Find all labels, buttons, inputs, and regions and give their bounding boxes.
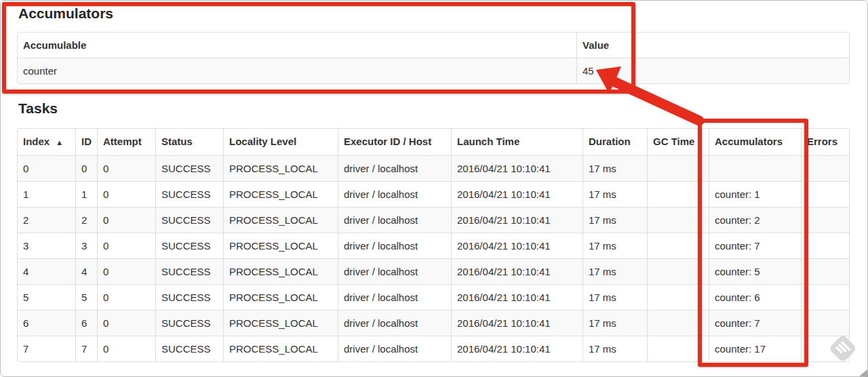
column-label: Index [23, 136, 50, 147]
cell-status: SUCCESS [155, 336, 223, 361]
cell-errors [801, 258, 850, 284]
column-header-attempt[interactable]: Attempt [97, 129, 155, 155]
cell-index: 5 [18, 284, 75, 310]
cell-attempt: 0 [97, 207, 155, 233]
column-header-errors[interactable]: Errors [801, 129, 850, 155]
cell-gc-time [647, 284, 709, 310]
cell-index: 1 [18, 181, 75, 207]
cell-gc-time [647, 181, 709, 207]
column-label: Attempt [103, 136, 142, 147]
cell-launch-time: 2016/04/21 10:10:41 [451, 207, 583, 233]
cell-duration: 17 ms [583, 284, 647, 310]
column-header-executor-id-host[interactable]: Executor ID / Host [338, 129, 451, 155]
cell-index: 0 [18, 155, 75, 181]
cell-gc-time [647, 258, 709, 284]
cell-id: 5 [75, 284, 97, 310]
column-label: Launch Time [457, 136, 519, 147]
cell-accumulators: counter: 7 [709, 233, 801, 258]
column-label: Duration [589, 136, 631, 147]
cell-id: 1 [75, 181, 97, 207]
column-label: GC Time [653, 136, 694, 147]
cell-id: 0 [75, 155, 97, 181]
table-row: 770SUCCESSPROCESS_LOCALdriver / localhos… [18, 336, 850, 361]
cell-accumulators: counter: 1 [709, 181, 801, 207]
cell-accumulators: counter: 5 [709, 258, 801, 284]
cell-errors [801, 155, 850, 181]
table-row: 220SUCCESSPROCESS_LOCALdriver / localhos… [18, 207, 850, 233]
cell-executor-id-host: driver / localhost [338, 233, 451, 258]
cell-errors [801, 336, 850, 361]
cell-locality-level: PROCESS_LOCAL [223, 336, 338, 361]
cell-launch-time: 2016/04/21 10:10:41 [451, 181, 583, 207]
cell-executor-id-host: driver / localhost [338, 181, 451, 207]
cell-launch-time: 2016/04/21 10:10:41 [451, 336, 583, 361]
cell-executor-id-host: driver / localhost [338, 258, 451, 284]
column-label: ID [81, 136, 92, 147]
cell-locality-level: PROCESS_LOCAL [223, 233, 338, 258]
cell-launch-time: 2016/04/21 10:10:41 [451, 310, 583, 336]
cell-errors [801, 181, 850, 207]
cell-duration: 17 ms [583, 207, 647, 233]
column-header-value[interactable]: Value [576, 33, 850, 58]
table-row: 550SUCCESSPROCESS_LOCALdriver / localhos… [18, 284, 850, 310]
accumulators-section-heading: Accumulators [18, 5, 113, 22]
cell-attempt: 0 [97, 284, 155, 310]
cell-attempt: 0 [97, 181, 155, 207]
table-row: 330SUCCESSPROCESS_LOCALdriver / localhos… [18, 233, 850, 258]
cell-duration: 17 ms [583, 336, 647, 361]
cell-id: 7 [75, 336, 97, 361]
cell-accumulable: counter [18, 58, 576, 83]
cell-index: 4 [18, 258, 75, 284]
cell-gc-time [647, 155, 709, 181]
cell-attempt: 0 [97, 258, 155, 284]
column-header-id[interactable]: ID [75, 129, 97, 155]
cell-status: SUCCESS [155, 207, 223, 233]
column-label: Accumulable [23, 39, 86, 51]
column-header-index[interactable]: Index▲ [18, 129, 75, 155]
cell-gc-time [647, 207, 709, 233]
cell-status: SUCCESS [155, 181, 223, 207]
sort-asc-icon: ▲ [56, 138, 63, 146]
cell-duration: 17 ms [583, 233, 647, 258]
tasks-section-heading: Tasks [18, 100, 58, 117]
cell-value: 45 [576, 58, 850, 83]
column-label: Accumulators [715, 136, 783, 147]
column-header-launch-time[interactable]: Launch Time [451, 129, 583, 155]
cell-executor-id-host: driver / localhost [338, 284, 451, 310]
column-header-status[interactable]: Status [155, 129, 223, 155]
column-header-duration[interactable]: Duration [583, 129, 647, 155]
cell-id: 3 [75, 233, 97, 258]
header-row: Index▲IDAttemptStatusLocality LevelExecu… [18, 129, 850, 155]
cell-accumulators [709, 155, 801, 181]
cell-locality-level: PROCESS_LOCAL [223, 284, 338, 310]
cell-errors [801, 284, 850, 310]
corner-curl-mark [859, 369, 868, 377]
column-label: Value [583, 39, 609, 51]
tasks-table: Index▲IDAttemptStatusLocality LevelExecu… [17, 128, 850, 362]
column-header-accumulable[interactable]: Accumulable [18, 33, 576, 58]
cell-locality-level: PROCESS_LOCAL [223, 310, 338, 336]
cell-duration: 17 ms [583, 155, 647, 181]
cell-accumulators: counter: 2 [709, 207, 801, 233]
column-header-locality-level[interactable]: Locality Level [223, 129, 338, 155]
cell-executor-id-host: driver / localhost [338, 155, 451, 181]
column-header-gc-time[interactable]: GC Time [647, 129, 709, 155]
cell-launch-time: 2016/04/21 10:10:41 [451, 284, 583, 310]
table-row: 440SUCCESSPROCESS_LOCALdriver / localhos… [18, 258, 850, 284]
accumulable-table: AccumulableValuecounter45 [17, 32, 850, 84]
cell-attempt: 0 [97, 310, 155, 336]
cell-index: 2 [18, 207, 75, 233]
table-row: 000SUCCESSPROCESS_LOCALdriver / localhos… [18, 155, 850, 181]
cell-attempt: 0 [97, 233, 155, 258]
cell-index: 3 [18, 233, 75, 258]
column-label: Executor ID / Host [344, 136, 431, 147]
cell-errors [801, 233, 850, 258]
cell-launch-time: 2016/04/21 10:10:41 [451, 233, 583, 258]
cell-locality-level: PROCESS_LOCAL [223, 258, 338, 284]
cell-launch-time: 2016/04/21 10:10:41 [451, 155, 583, 181]
column-label: Locality Level [229, 136, 296, 147]
column-header-accumulators[interactable]: Accumulators [709, 129, 801, 155]
cell-executor-id-host: driver / localhost [338, 336, 451, 361]
cell-locality-level: PROCESS_LOCAL [223, 207, 338, 233]
cell-gc-time [647, 336, 709, 361]
